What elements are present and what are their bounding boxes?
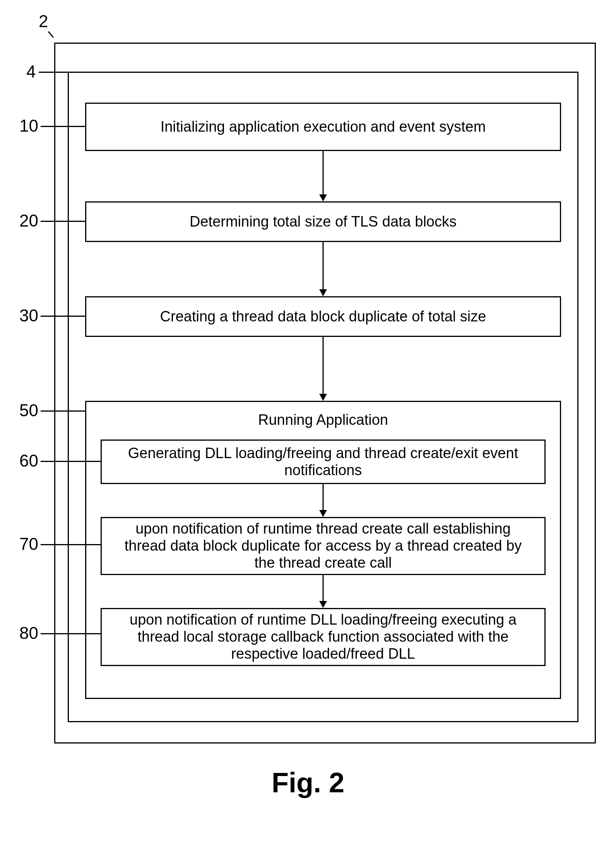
step-10-text: Initializing application execution and e… (161, 118, 486, 136)
label-50: 50 (19, 401, 38, 420)
step-80-text: upon notification of runtime DLL loading… (121, 611, 525, 662)
label-2: 2 (39, 12, 48, 31)
label-60: 60 (19, 451, 38, 470)
step-70-box: upon notification of runtime thread crea… (101, 517, 546, 575)
step-20-box: Determining total size of TLS data block… (85, 201, 561, 242)
step-60-box: Generating DLL loading/freeing and threa… (101, 440, 546, 484)
arrow-20-30-head (319, 289, 327, 296)
step-80-box: upon notification of runtime DLL loading… (101, 608, 546, 666)
label-10: 10 (19, 116, 38, 136)
label-80: 80 (19, 623, 38, 643)
label-30: 30 (19, 306, 38, 325)
step-10-box: Initializing application execution and e… (85, 103, 561, 151)
label-20: 20 (19, 211, 38, 230)
arrow-70-80-line (323, 575, 324, 602)
arrow-70-80-head (319, 601, 327, 608)
arrow-10-20-line (323, 151, 324, 196)
label-70: 70 (19, 534, 38, 554)
arrow-30-50-head (319, 394, 327, 401)
figure-caption: Fig. 2 (272, 767, 344, 798)
step-70-text: upon notification of runtime thread crea… (121, 520, 525, 571)
arrow-60-70-line (323, 484, 324, 511)
step-30-text: Creating a thread data block duplicate o… (160, 308, 486, 326)
arrow-20-30-line (323, 242, 324, 290)
step-20-text: Determining total size of TLS data block… (190, 213, 457, 231)
leader-2 (48, 31, 54, 38)
step-50-title: Running Application (86, 412, 560, 428)
arrow-30-50-line (323, 337, 324, 395)
arrow-10-20-head (319, 194, 327, 201)
step-30-box: Creating a thread data block duplicate o… (85, 296, 561, 337)
label-4: 4 (26, 62, 36, 81)
arrow-60-70-head (319, 510, 327, 517)
step-60-text: Generating DLL loading/freeing and threa… (121, 445, 525, 479)
